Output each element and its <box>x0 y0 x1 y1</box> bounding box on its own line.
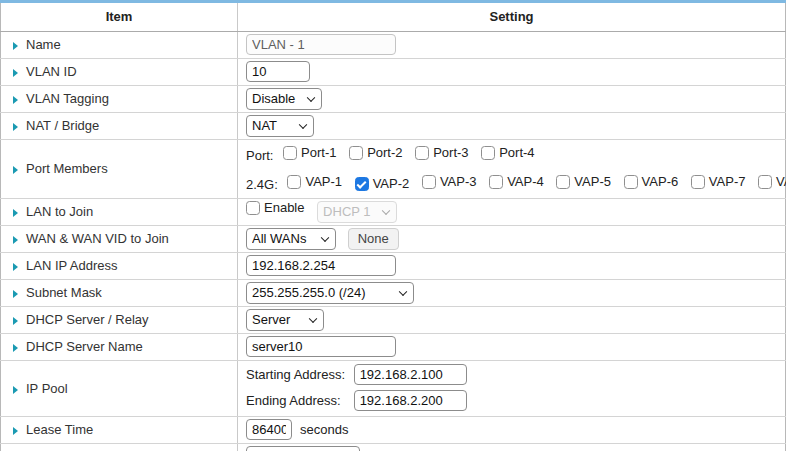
ip-pool-label: IP Pool <box>26 381 68 396</box>
vap-2-checkbox-item[interactable]: VAP-2 <box>355 171 410 197</box>
table-row-nat-bridge: NAT / Bridge NAT <box>1 112 786 139</box>
port-4-checkbox[interactable] <box>481 146 495 160</box>
vap-1-checkbox[interactable] <box>287 175 301 189</box>
lease-time-setting-cell: seconds <box>238 416 786 443</box>
port-2-checkbox-item[interactable]: Port-2 <box>349 140 402 166</box>
lan-ip-input[interactable] <box>246 255 396 276</box>
bullet-arrow-icon <box>13 123 18 131</box>
vap-3-checkbox-label: VAP-3 <box>440 169 477 195</box>
dhcp-mode-select-wrap: Server <box>246 309 324 331</box>
setting-column-header: Setting <box>238 3 786 31</box>
item-column-header: Item <box>1 3 238 31</box>
port-3-checkbox[interactable] <box>415 146 429 160</box>
ending-address-input[interactable] <box>354 390 467 411</box>
bullet-arrow-icon <box>13 386 18 394</box>
starting-address-label: Starting Address: <box>246 362 350 388</box>
lease-time-item-cell: Lease Time <box>1 416 238 443</box>
vlan-tagging-select-wrap: Disable <box>246 88 322 110</box>
vap-3-checkbox[interactable] <box>422 175 436 189</box>
port-4-checkbox-item[interactable]: Port-4 <box>481 140 534 166</box>
subnet-mask-setting-cell: 255.255.255.0 (/24) <box>238 279 786 306</box>
nat-bridge-select[interactable]: NAT <box>246 115 314 137</box>
lease-time-label: Lease Time <box>26 422 93 437</box>
nat-bridge-select-wrap: NAT <box>246 115 314 137</box>
vlan-id-input[interactable] <box>246 61 310 82</box>
header-row: Item Setting <box>1 3 786 31</box>
ending-address-label: Ending Address: <box>246 388 350 414</box>
lan-join-enable-checkbox[interactable] <box>246 201 260 215</box>
ip-pool-item-cell: IP Pool <box>1 360 238 416</box>
vlan-tagging-select[interactable]: Disable <box>246 88 322 110</box>
vap-5-checkbox[interactable] <box>556 175 570 189</box>
lease-time-input[interactable] <box>246 419 292 440</box>
vap-1-checkbox-item[interactable]: VAP-1 <box>287 169 342 195</box>
lease-time-units-label: seconds <box>300 422 348 437</box>
port-3-checkbox-item[interactable]: Port-3 <box>415 140 468 166</box>
lan-join-dhcp-select-wrap: DHCP 1 <box>317 201 397 223</box>
vap-7-checkbox[interactable] <box>691 175 705 189</box>
wan-join-select-wrap: All WANs <box>246 228 336 250</box>
vap-4-checkbox[interactable] <box>489 175 503 189</box>
lan-join-enable-checkbox-item[interactable]: Enable <box>246 200 304 215</box>
vlan-tagging-label: VLAN Tagging <box>26 91 109 106</box>
vlan-tagging-setting-cell: Disable <box>238 85 786 112</box>
table-row-subnet-mask: Subnet Mask 255.255.255.0 (/24) <box>1 279 786 306</box>
port-members-setting-cell: Port: Port-1 Port-2 Port-3 Port-4 2.4G: … <box>238 139 786 198</box>
wan-join-setting-cell: All WANs None <box>238 225 786 252</box>
none-button[interactable]: None <box>348 228 399 250</box>
port-2-checkbox[interactable] <box>349 146 363 160</box>
wan-join-label: WAN & WAN VID to Join <box>26 231 169 246</box>
vap-2-checkbox-label: VAP-2 <box>373 171 410 197</box>
bullet-arrow-icon <box>13 236 18 244</box>
vap-7-checkbox-item[interactable]: VAP-7 <box>691 169 746 195</box>
vap-4-checkbox-item[interactable]: VAP-4 <box>489 169 544 195</box>
port-1-checkbox-item[interactable]: Port-1 <box>283 140 336 166</box>
dhcp-mode-setting-cell: Server <box>238 306 786 333</box>
vap-5-checkbox-item[interactable]: VAP-5 <box>556 169 611 195</box>
domain-name-setting-cell: (Optional) <box>238 443 786 451</box>
vlan-name-input[interactable] <box>246 34 396 55</box>
vap-8-checkbox-label: VAP-8 <box>776 169 786 195</box>
dhcp-server-name-input[interactable] <box>246 336 396 357</box>
wan-join-select[interactable]: All WANs <box>246 228 336 250</box>
dhcp-mode-select[interactable]: Server <box>246 309 324 331</box>
name-item-cell: Name <box>1 31 238 58</box>
vap-6-checkbox-item[interactable]: VAP-6 <box>624 169 679 195</box>
lan-to-join-setting-cell: Enable DHCP 1 <box>238 198 786 225</box>
port-2-checkbox-label: Port-2 <box>367 140 402 166</box>
lan-ip-item-cell: LAN IP Address <box>1 252 238 279</box>
subnet-mask-select[interactable]: 255.255.255.0 (/24) <box>246 282 414 304</box>
table-row-lease-time: Lease Time seconds <box>1 416 786 443</box>
vap-6-checkbox[interactable] <box>624 175 638 189</box>
enable-checkbox-label: Enable <box>264 200 304 215</box>
dhcp-mode-item-cell: DHCP Server / Relay <box>1 306 238 333</box>
starting-address-input[interactable] <box>354 364 467 385</box>
wired-ports-line: Port: Port-1 Port-2 Port-3 Port-4 <box>246 140 785 169</box>
bullet-arrow-icon <box>13 344 18 352</box>
starting-address-line: Starting Address: <box>246 362 785 388</box>
vap-1-checkbox-label: VAP-1 <box>305 169 342 195</box>
vap-5-checkbox-label: VAP-5 <box>574 169 611 195</box>
table-row-vlan-tagging: VLAN Tagging Disable <box>1 85 786 112</box>
domain-name-item-cell: Domain Name <box>1 443 238 451</box>
wifi-vaps-line: 2.4G: VAP-1 VAP-2 VAP-3 VAP-4 VAP-5 VAP-… <box>246 169 785 198</box>
port-prefix-label: Port: <box>246 148 273 163</box>
dhcp-mode-label: DHCP Server / Relay <box>26 312 149 327</box>
vlan-id-setting-cell <box>238 58 786 85</box>
domain-name-input[interactable] <box>246 446 360 451</box>
wifi-prefix-label: 2.4G: <box>246 177 278 192</box>
vap-4-checkbox-label: VAP-4 <box>507 169 544 195</box>
ip-pool-setting-cell: Starting Address: Ending Address: <box>238 360 786 416</box>
port-1-checkbox-label: Port-1 <box>301 140 336 166</box>
port-1-checkbox[interactable] <box>283 146 297 160</box>
port-3-checkbox-label: Port-3 <box>433 140 468 166</box>
vap-8-checkbox-item[interactable]: VAP-8 <box>758 169 786 195</box>
table-row-vlan-id: VLAN ID <box>1 58 786 85</box>
vap-8-checkbox[interactable] <box>758 175 772 189</box>
vap-3-checkbox-item[interactable]: VAP-3 <box>422 169 477 195</box>
vap-2-checkbox[interactable] <box>355 177 369 191</box>
table-row-lan-to-join: LAN to Join Enable DHCP 1 <box>1 198 786 225</box>
subnet-mask-label: Subnet Mask <box>26 285 102 300</box>
table-row-port-members: Port Members Port: Port-1 Port-2 Port-3 … <box>1 139 786 198</box>
lan-ip-label: LAN IP Address <box>26 258 118 273</box>
